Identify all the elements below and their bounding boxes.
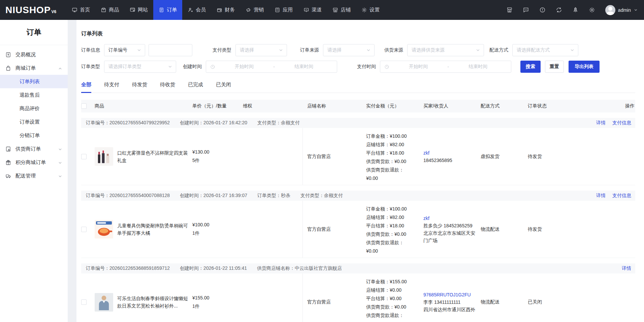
niushop-logo[interactable]: NIUSHOP V6: [0, 5, 66, 15]
delivery-truck-icon: [5, 173, 11, 179]
delivery-type-select[interactable]: 请选择配送方式: [512, 44, 578, 56]
order-info-input[interactable]: [149, 44, 192, 56]
sidebar-item-supplier-order[interactable]: 供货商订单: [0, 142, 68, 156]
shop-name: 官方自营店: [302, 201, 362, 258]
create-time-range-input[interactable]: 开始时间 - 结束时间: [206, 61, 337, 73]
member-icon: [188, 7, 193, 13]
chevron-down-icon: [570, 48, 575, 53]
refresh-icon[interactable]: [556, 7, 562, 13]
order-status: 待发货: [523, 201, 584, 258]
user-menu[interactable]: admin: [605, 5, 638, 15]
detail-link[interactable]: 详情: [596, 193, 606, 199]
order-source-label: 订单来源: [300, 47, 319, 53]
topnav-item-settings[interactable]: 设置: [356, 0, 385, 20]
sidebar-subitem-order-settings[interactable]: 订单设置: [0, 115, 68, 129]
buyer-name-link[interactable]: 97685RRUTOJ1G2FU: [423, 291, 476, 298]
search-button[interactable]: 搜索: [520, 61, 541, 73]
header-shop-name: 店铺名称: [302, 103, 362, 109]
row-checkbox[interactable]: [81, 227, 87, 232]
order-block: 订单编号：20260127655540007088128 创建时间：2026-0…: [81, 191, 635, 258]
delivery-method: 虚拟发货: [476, 128, 523, 185]
store-icon[interactable]: [506, 7, 513, 13]
product-image: [95, 147, 113, 166]
topnav-item-apps[interactable]: 应用: [269, 0, 298, 20]
settings-gear-icon[interactable]: [589, 7, 595, 13]
topnav-item-marketing[interactable]: 营销: [240, 0, 269, 20]
chevron-down-icon: [476, 48, 480, 53]
row-checkbox[interactable]: [81, 299, 87, 305]
sidebar-item-points-mall-order[interactable]: 积分商城订单: [0, 156, 68, 169]
buyer-name-link[interactable]: zkf: [423, 215, 476, 222]
tab-pending-receipt[interactable]: 待收货: [160, 82, 175, 93]
buyer-address: 四川省达州市通川区西外: [423, 306, 476, 313]
main-panel: 订单列表 订单信息 订单编号 支付类型 请选择 订单来源 请选择: [76, 20, 644, 322]
pay-type-select[interactable]: 请选择: [235, 44, 287, 56]
sidebar-title: 订单: [0, 20, 68, 45]
topnav-item-member[interactable]: 会员: [182, 0, 211, 20]
rocket-icon[interactable]: [572, 7, 579, 13]
topnav-item-finance[interactable]: 财务: [211, 0, 240, 20]
chevron-down-icon: [58, 160, 62, 165]
topnav-item-goods[interactable]: 商品: [95, 0, 124, 20]
amount-supplier-refund-label: 供货商货款退款：: [366, 238, 419, 247]
select-all-checkbox[interactable]: [81, 103, 87, 109]
supply-source-select[interactable]: 请选择供货来源: [407, 44, 484, 56]
sidebar-subitem-refund-aftersale[interactable]: 退款售后: [0, 88, 68, 102]
header-product: 商品: [95, 103, 192, 109]
create-time-label: 创建时间: [183, 64, 202, 70]
product-image: [95, 220, 113, 238]
topnav-item-channel[interactable]: 渠道: [298, 0, 327, 20]
detail-link[interactable]: 详情: [622, 265, 631, 271]
reset-button[interactable]: 重置: [545, 61, 564, 73]
mall-order-icon: [5, 65, 11, 71]
detail-link[interactable]: 详情: [596, 120, 606, 126]
pay-time-range-input[interactable]: 开始时间 - 结束时间: [380, 61, 511, 73]
tab-pending-payment[interactable]: 待支付: [104, 82, 119, 93]
username: admin: [618, 7, 631, 13]
order-row: 口红尤雾弹显色不沾杯限定四支装礼盒 ¥130.00 5件 官方自营店 订单金额：…: [81, 128, 635, 185]
amount-shop-settle: 店铺结算：¥82.00: [366, 140, 419, 149]
avatar: [605, 5, 615, 15]
topnav-item-shop[interactable]: 店铺: [327, 0, 356, 20]
amount-supplier-refund-value: ¥0.00: [366, 174, 419, 183]
tab-completed[interactable]: 已完成: [188, 82, 203, 93]
chevron-down-icon: [58, 174, 62, 178]
sidebar-subitem-goods-review[interactable]: 商品评价: [0, 102, 68, 115]
order-row: 可乐生活自制春季斜领设计慵懒短款日系文艺宽松长袖衬衫外... ¥155.00 1…: [81, 273, 635, 322]
amount-order: 订单金额：¥155.00: [366, 278, 419, 286]
tab-all[interactable]: 全部: [81, 82, 91, 93]
order-type-select[interactable]: 请选择订单类型: [104, 61, 176, 73]
supplier-shop-name: 供货商店铺名称：中云出版社官方旗舰店: [257, 265, 342, 271]
row-checkbox[interactable]: [81, 154, 87, 159]
sidebar-item-delivery-manage[interactable]: 配送管理: [0, 169, 68, 183]
order-row: 儿童餐具仿陶瓷耐摔防烫单柄碗可单手握万事大橘 ¥100.00 1件 官方自营店 …: [81, 201, 635, 258]
topnav-item-website[interactable]: 网站: [124, 0, 153, 20]
warning-icon[interactable]: [539, 7, 546, 13]
order-source-select[interactable]: 请选择: [323, 44, 375, 56]
buyer-cell: zkf 18452365895: [419, 128, 476, 185]
order-info-type-select[interactable]: 订单编号: [104, 44, 145, 56]
sidebar-item-mall-order[interactable]: 商城订单: [0, 61, 68, 75]
payment-info-link[interactable]: 支付信息: [612, 193, 631, 199]
sidebar-subitem-distribution-order[interactable]: 分销订单: [0, 129, 68, 142]
export-list-button[interactable]: 导出列表: [569, 61, 600, 73]
order-pay-type: 支付类型：余额支付: [300, 193, 343, 199]
topnav-item-home[interactable]: 首页: [66, 0, 95, 20]
shop-name: 官方自营店: [302, 128, 362, 185]
product-quantity: 1件: [192, 230, 243, 236]
rights-cell: [243, 273, 302, 322]
amount-shop-settle: 店铺结算：¥0.00: [366, 286, 419, 294]
header-delivery: 配送方式: [476, 103, 523, 109]
sidebar-item-trade-overview[interactable]: 交易概况: [0, 48, 68, 61]
tab-closed[interactable]: 已关闭: [216, 82, 231, 93]
message-icon[interactable]: [523, 7, 529, 13]
topnav-item-order[interactable]: 订单: [153, 0, 182, 20]
amount-supplier-refund-value: ¥0.00: [366, 247, 419, 255]
buyer-name-link[interactable]: zkf: [423, 149, 476, 157]
sidebar-item-label: 交易概况: [15, 52, 36, 58]
buyer-contact: 胜多负少 18452365259: [423, 222, 476, 229]
payment-info-link[interactable]: 支付信息: [612, 120, 631, 126]
tab-pending-shipment[interactable]: 待发货: [132, 82, 147, 93]
sidebar-item-label: 供货商订单: [15, 146, 41, 152]
sidebar-subitem-order-list[interactable]: 订单列表: [0, 75, 68, 88]
